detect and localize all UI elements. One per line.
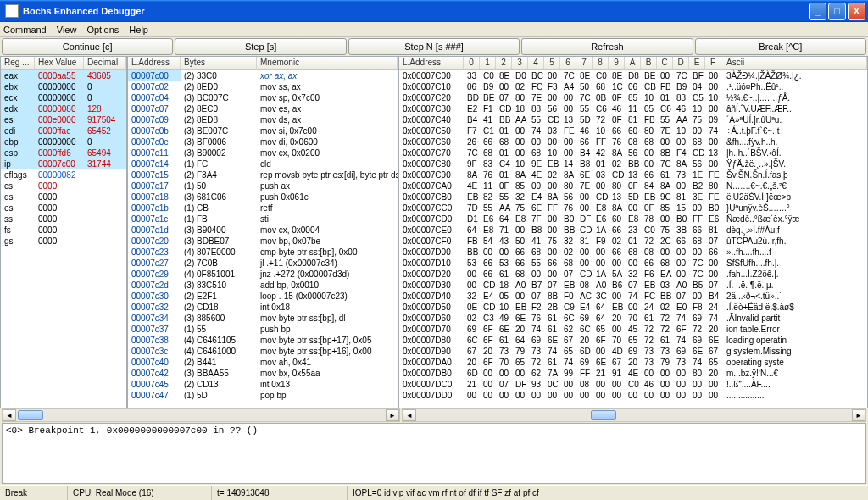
reg-col-name[interactable]: Reg ... [1, 57, 35, 69]
register-row[interactable]: gs0000 [1, 236, 126, 247]
memory-row[interactable]: 0x00007DC0210007DF930C00080000C046000000… [399, 379, 867, 390]
disasm-row[interactable]: 00007c42(3) BBAA55mov bx, 0x55aa [128, 368, 398, 379]
memory-row[interactable]: 0x00007CC07D55AA756EFF7600E88A000F851500… [399, 203, 867, 214]
step-button[interactable]: Step [s] [175, 38, 346, 55]
disasm-row[interactable]: 00007c23(4) 807E0000cmp byte ptr ss:[bp]… [128, 247, 398, 258]
refresh-button[interactable]: Refresh [521, 38, 693, 55]
disasm-row[interactable]: 00007c40(2) B441mov ah, 0x41 [128, 357, 398, 368]
break-button[interactable]: Break [^C] [695, 38, 866, 55]
disasm-row[interactable]: 00007c1c(1) FBsti [128, 214, 398, 225]
memory-row[interactable]: 0x00007C30E2F1CD1888560055C6461105C64610… [399, 103, 867, 114]
register-row[interactable]: ebx000000000 [1, 81, 126, 92]
menu-command[interactable]: Command [3, 25, 47, 35]
memory-row[interactable]: 0x00007D6002C3496E76616C6964207061727469… [399, 313, 867, 324]
disasm-row[interactable]: 00007c20(3) BDBE07mov bp, 0x07be [128, 236, 398, 247]
disasm-row[interactable]: 00007c14(1) FCcld [128, 158, 398, 169]
minimize-button[interactable]: _ [809, 3, 826, 20]
console-output[interactable]: <0> Breakpoint 1, 0x0000000000007c00 in … [2, 423, 866, 484]
mem-col-hex[interactable]: E [689, 57, 705, 69]
memory-row[interactable]: 0x00007CA04E110F850000807E00800F848A00B2… [399, 181, 867, 192]
memory-row[interactable]: 0x00007D00BB0000666800020000666808000000… [399, 247, 867, 258]
disasm-row[interactable]: 00007c38(4) C6461105mov byte ptr ss:[bp+… [128, 335, 398, 346]
memory-row[interactable]: 0x00007DD0000000000000000000000000000000… [399, 390, 867, 401]
maximize-button[interactable]: □ [828, 3, 846, 20]
mem-col-hex[interactable]: 8 [593, 57, 609, 69]
mem-col-hex[interactable]: 9 [609, 57, 625, 69]
reg-col-dec[interactable]: Decimal [84, 57, 126, 69]
disasm-row[interactable]: 00007c3c(4) C6461000mov byte ptr ss:[bp+… [128, 346, 398, 357]
mem-col-hex[interactable]: 3 [512, 57, 528, 69]
memory-row[interactable]: 0x00007C50F7C101007403FE46106660807E1000… [399, 125, 867, 136]
memory-row[interactable]: 0x00007D3000CD18A0B707EB08A0B607EB03A0B5… [399, 280, 867, 291]
disasm-row[interactable]: 00007c15(2) F3A4rep movsb byte ptr es:[d… [128, 169, 398, 181]
register-row[interactable]: eax0000aa5543605 [1, 70, 126, 81]
disasm-row[interactable]: 00007c2d(3) 83C510add bp, 0x0010 [128, 280, 398, 291]
memory-row[interactable]: 0x00007C20BDBE07807E00007C0B0F85100183C5… [399, 92, 867, 103]
memory-list[interactable]: 0x00007C0033C08ED0BC007C8EC08ED8BE007CBF… [399, 70, 867, 401]
disasm-row[interactable]: 00007c00(2) 33C0xor ax, ax [128, 70, 398, 81]
mem-col-hex[interactable]: 5 [544, 57, 560, 69]
dis-col-addr[interactable]: L.Address [128, 57, 181, 69]
mem-col-hex[interactable]: 7 [576, 57, 593, 69]
left-scrollbar[interactable]: ◄ ► [2, 408, 400, 422]
disasm-row[interactable]: 00007c02(2) 8ED0mov ss, ax [128, 81, 398, 92]
register-row[interactable]: ebp000000000 [1, 136, 126, 147]
registers-list[interactable]: eax0000aa5543605ebx000000000ecx000000000… [1, 70, 126, 247]
dis-col-mnem[interactable]: Mnemonic [257, 57, 398, 69]
scroll-left-icon[interactable]: ◄ [403, 409, 416, 421]
disasm-row[interactable]: 00007c29(4) 0F851001jnz .+272 (0x00007d3… [128, 269, 398, 280]
register-row[interactable]: es0000 [1, 203, 126, 214]
memory-row[interactable]: 0x00007C1006B90002FCF3A450681C06CBFBB904… [399, 81, 867, 92]
disasm-row[interactable]: 00007c1d(3) B90400mov cx, 0x0004 [128, 225, 398, 236]
register-row[interactable]: fs0000 [1, 225, 126, 236]
mem-col-hex[interactable]: C [657, 57, 673, 69]
memory-row[interactable]: 0x00007C707C680100681000B4428A56008BF4CD… [399, 147, 867, 158]
disasm-row[interactable]: 00007c04(3) BC007Cmov sp, 0x7c00 [128, 92, 398, 103]
memory-row[interactable]: 0x00007DB06D000000627A99FF21914E00000080… [399, 368, 867, 379]
reg-col-hex[interactable]: Hex Value [35, 57, 84, 69]
disasm-row[interactable]: 00007c27(2) 7C0Bjl .+11 (0x00007c34) [128, 258, 398, 269]
continue-button[interactable]: Continue [c] [2, 38, 173, 55]
scroll-right-icon[interactable]: ► [386, 409, 399, 421]
memory-row[interactable]: 0x00007CD0D1E664E87F00B0DFE660E87800B0FF… [399, 214, 867, 225]
disasm-row[interactable]: 00007c07(2) 8EC0mov es, ax [128, 103, 398, 114]
memory-row[interactable]: 0x00007D500ECD10EBF22BC9E464EB002402E0F8… [399, 302, 867, 313]
disasm-row[interactable]: 00007c30(2) E2F1loop .-15 (0x00007c23) [128, 291, 398, 302]
stepn-button[interactable]: Step N [s ###] [348, 38, 520, 55]
memory-row[interactable]: 0x00007C0033C08ED0BC007C8EC08ED8BE007CBF… [399, 70, 867, 81]
disasm-row[interactable]: 00007c09(2) 8ED8mov ds, ax [128, 114, 398, 125]
disasm-row[interactable]: 00007c45(2) CD13int 0x13 [128, 379, 398, 390]
memory-row[interactable]: 0x00007CF0FB54435041753281F90201722C6668… [399, 236, 867, 247]
dis-col-bytes[interactable]: Bytes [181, 57, 257, 69]
memory-row[interactable]: 0x00007D90672073797374656D004D697373696E… [399, 346, 867, 357]
register-row[interactable]: ds0000 [1, 192, 126, 203]
memory-row[interactable]: 0x00007DA0206F7065726174696E672073797374… [399, 357, 867, 368]
mem-col-hex[interactable]: 6 [560, 57, 576, 69]
right-scrollbar[interactable]: ◄ ► [402, 408, 866, 422]
menu-options[interactable]: Options [86, 25, 119, 35]
register-row[interactable]: ecx000000000 [1, 92, 126, 103]
register-row[interactable]: ip00007c0031744 [1, 158, 126, 169]
mem-col-hex[interactable]: A [625, 57, 641, 69]
close-button[interactable]: X [848, 3, 865, 20]
register-row[interactable]: cs0000 [1, 181, 126, 192]
scroll-right-icon[interactable]: ► [852, 409, 865, 421]
disasm-row[interactable]: 00007c1b(1) CBretf [128, 203, 398, 214]
mem-col-hex[interactable]: B [641, 57, 657, 69]
disasm-row[interactable]: 00007c0b(3) BE007Cmov si, 0x7c00 [128, 125, 398, 136]
register-row[interactable]: esi000e0000917504 [1, 114, 126, 125]
memory-row[interactable]: 0x00007C40B441BBAA55CD135D720F81FB55AA75… [399, 114, 867, 125]
mem-col-ascii[interactable]: Ascii [721, 57, 867, 69]
memory-row[interactable]: 0x00007CB0EB825532E48A5600CD135DEB9C813E… [399, 192, 867, 203]
memory-row[interactable]: 0x00007D2000666168000007CD1A5A32F6EA007C… [399, 269, 867, 280]
disasm-row[interactable]: 00007c32(2) CD18int 0x18 [128, 302, 398, 313]
register-row[interactable]: eflags00000082 [1, 169, 126, 181]
register-row[interactable]: esp0000ffd665494 [1, 147, 126, 158]
menu-help[interactable]: Help [129, 25, 148, 35]
memory-row[interactable]: 0x00007D70696F6E207461626C65004572726F72… [399, 324, 867, 335]
disasm-row[interactable]: 00007c47(1) 5Dpop bp [128, 390, 398, 401]
memory-row[interactable]: 0x00007CE064E87100B800BBCD1A6623C0753B66… [399, 225, 867, 236]
register-row[interactable]: edi0000ffac65452 [1, 125, 126, 136]
mem-col-addr[interactable]: L.Address [399, 57, 464, 69]
mem-col-hex[interactable]: 0 [464, 57, 480, 69]
